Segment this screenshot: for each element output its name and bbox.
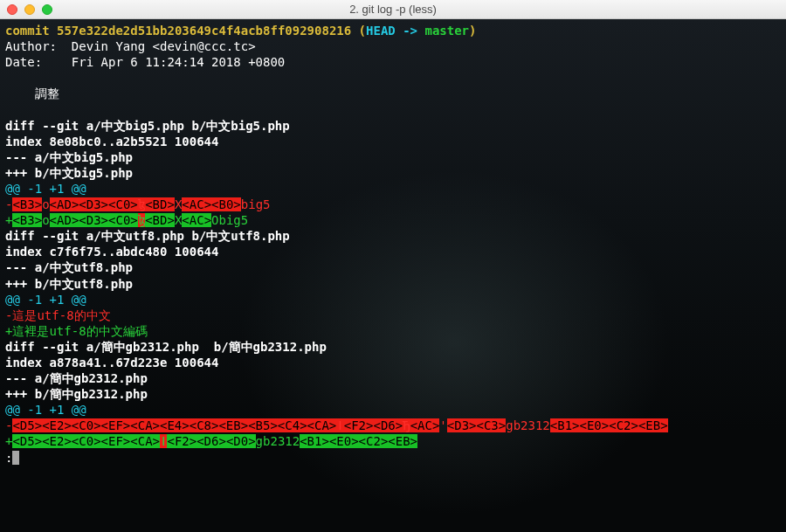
diff-old-file: --- a/簡中gb2312.php: [5, 370, 781, 386]
diff-hunk: @@ -1 +1 @@: [5, 181, 781, 197]
diff-removed: -這是utf-8的中文: [5, 307, 781, 323]
diff-index: index 8e08bc0..a2b5521 100644: [5, 134, 781, 149]
diff-hunk: @@ -1 +1 @@: [5, 292, 781, 307]
diff-header: diff --git a/中文utf8.php b/中文utf8.php: [5, 228, 781, 244]
diff-added: +<D5><E2><C0><EF><CA>ǀ<F2><D6><D0>gb2312…: [5, 433, 781, 449]
author-line: Author: Devin Yang <devin@ccc.tc>: [5, 38, 781, 54]
diff-added: +<B3>o<AD><D3><C0>ɮ<BD>X<AC>Obig5: [5, 212, 781, 228]
blank-line: [5, 70, 781, 86]
terminal-output[interactable]: commit 557e322de2d51bb203649c4f4acb8ff09…: [0, 19, 786, 532]
traffic-lights: [0, 4, 52, 15]
commit-message: 調整: [5, 86, 781, 101]
diff-index: index c7f6f75..abdc480 100644: [5, 244, 781, 259]
diff-removed: -<D5><E2><C0><EF><CA><E4><C8><EB><B5><C4…: [5, 418, 781, 433]
diff-header: diff --git a/中文big5.php b/中文big5.php: [5, 118, 781, 134]
commit-line: commit 557e322de2d51bb203649c4f4acb8ff09…: [5, 23, 781, 38]
window-titlebar: 2. git log -p (less): [0, 0, 786, 19]
blank-line: [5, 101, 781, 117]
diff-new-file: +++ b/簡中gb2312.php: [5, 386, 781, 402]
diff-old-file: --- a/中文big5.php: [5, 149, 781, 165]
diff-removed: -<B3>o<AD><D3><C0>ɮ<BD>X<AC><B0>big5: [5, 197, 781, 212]
date-line: Date: Fri Apr 6 11:24:14 2018 +0800: [5, 54, 781, 70]
diff-header: diff --git a/簡中gb2312.php b/簡中gb2312.php: [5, 339, 781, 355]
diff-new-file: +++ b/中文utf8.php: [5, 276, 781, 292]
close-icon[interactable]: [7, 4, 17, 15]
diff-new-file: +++ b/中文big5.php: [5, 165, 781, 181]
diff-old-file: --- a/中文utf8.php: [5, 259, 781, 275]
cursor-icon: [12, 451, 19, 465]
less-prompt[interactable]: :: [5, 450, 781, 466]
window-title: 2. git log -p (less): [0, 3, 786, 16]
diff-index: index a878a41..67d223e 100644: [5, 355, 781, 370]
minimize-icon[interactable]: [24, 4, 35, 15]
zoom-icon[interactable]: [42, 4, 52, 15]
diff-hunk: @@ -1 +1 @@: [5, 402, 781, 418]
diff-added: +這裡是utf-8的中文編碼: [5, 323, 781, 339]
